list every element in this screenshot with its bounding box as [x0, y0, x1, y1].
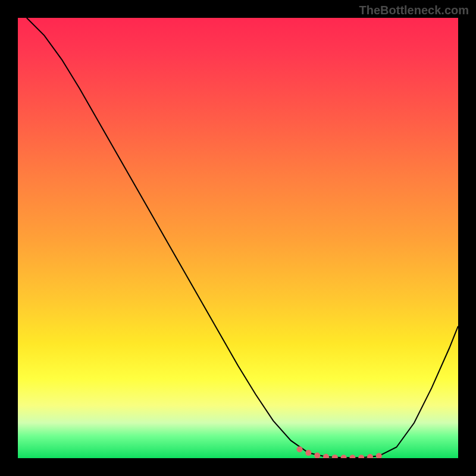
- marker-point: [332, 455, 338, 458]
- marker-point: [323, 454, 329, 458]
- watermark-label: TheBottleneck.com: [359, 4, 469, 17]
- chart-svg: [18, 18, 458, 458]
- marker-point: [367, 454, 373, 458]
- marker-point: [305, 450, 311, 456]
- marker-point: [349, 455, 355, 458]
- marker-point: [314, 453, 320, 458]
- marker-point: [341, 455, 347, 458]
- marker-point: [376, 453, 382, 458]
- chart-frame: TheBottleneck.com: [0, 0, 476, 476]
- marker-group: [297, 446, 382, 458]
- marker-point: [297, 446, 303, 452]
- marker-point: [358, 455, 364, 458]
- data-curve: [27, 18, 458, 458]
